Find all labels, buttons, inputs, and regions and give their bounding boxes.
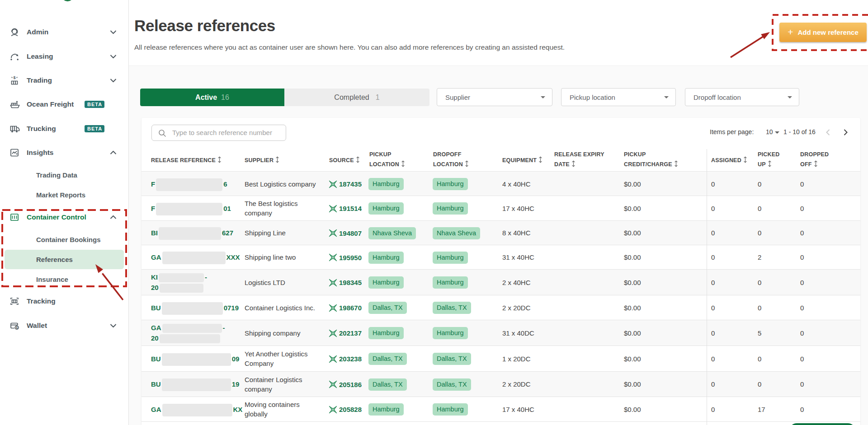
svg-text:$: $ <box>13 75 15 80</box>
svg-text:$: $ <box>16 326 18 330</box>
